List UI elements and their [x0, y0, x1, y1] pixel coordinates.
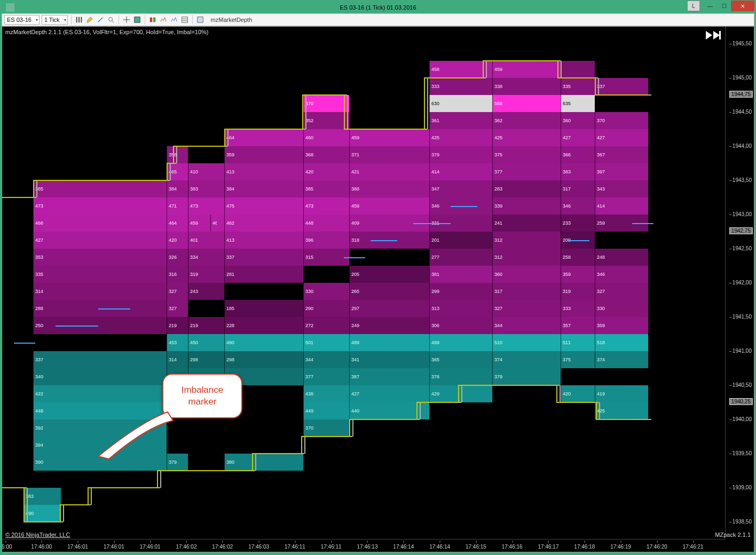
properties-icon[interactable]	[180, 15, 189, 24]
price-marker: 1940,25	[729, 398, 753, 405]
pencil-icon[interactable]	[85, 15, 94, 24]
time-tick: 17:46:19	[610, 544, 631, 550]
depth-cell: 248	[595, 249, 648, 266]
price-axis[interactable]: 1945,501945,001944,501944,001943,501943,…	[725, 27, 754, 539]
separator	[192, 15, 193, 25]
depth-cell: 510	[492, 334, 561, 351]
depth-cell: 362	[492, 112, 561, 129]
depth-cell: 371	[349, 146, 429, 163]
depth-cell: 385	[303, 180, 349, 197]
depth-cell: 358	[167, 146, 188, 163]
depth-cell: 347	[429, 180, 492, 197]
svg-point-1	[108, 18, 112, 21]
depth-cell: 185	[224, 300, 303, 317]
price-tick: 1938,50	[733, 519, 752, 525]
depth-cell: 459	[349, 197, 429, 215]
depth-cell: 384	[224, 180, 303, 197]
price-marker: 1944,75	[729, 91, 753, 98]
depth-cell: 312	[492, 249, 561, 266]
depth-cell: 337	[595, 78, 648, 95]
depth-cell: 375	[492, 146, 561, 163]
depth-cell: 462	[224, 215, 303, 232]
depth-cell: 374	[595, 351, 648, 368]
depth-cell: 501	[303, 334, 349, 351]
depth-cell: 250	[33, 317, 167, 334]
panel-icon[interactable]	[196, 15, 204, 24]
depth-cell: 464	[167, 215, 188, 232]
time-tick: 17:46:14	[393, 544, 414, 550]
minimize-button[interactable]: —	[703, 1, 717, 11]
depth-cell: 380	[224, 454, 303, 471]
depth-cell: 419	[595, 385, 648, 402]
instrument-dropdown[interactable]: ES 03-16	[4, 15, 40, 25]
depth-cell: 353	[33, 249, 167, 266]
depth-cell: 427	[33, 232, 167, 249]
time-tick: 17:46:11	[285, 544, 305, 550]
play-forward-icon[interactable]	[705, 30, 721, 42]
price-tick: 1940,50	[733, 382, 752, 388]
separator	[71, 15, 72, 25]
layout-button[interactable]: L	[687, 1, 700, 11]
depth-cell: 249	[349, 317, 429, 334]
depth-cell: 370	[595, 112, 648, 129]
depth-cell: 346	[561, 197, 595, 215]
depth-cell: 490	[224, 334, 303, 351]
price-tick: 1943,50	[733, 177, 752, 183]
depth-cell: 421	[349, 163, 429, 180]
indicator-icon[interactable]	[159, 15, 168, 24]
depth-cell: 327	[595, 283, 648, 300]
chart-area[interactable]: mzMarketDepth 2.1.1 (ES 03-16, VolFltr=1…	[2, 26, 754, 552]
depth-cell: 401	[188, 232, 224, 249]
depth-cell: 359	[224, 146, 303, 163]
depth-cell: 449	[303, 402, 349, 419]
depth-cell: 383	[561, 163, 595, 180]
strategy-icon[interactable]	[170, 15, 178, 24]
bars-icon[interactable]	[75, 15, 83, 24]
depth-cell: 359	[561, 266, 595, 283]
time-tick: 17:46:02	[176, 544, 197, 550]
separator	[119, 15, 119, 25]
time-axis[interactable]: 46:0017:46:0017:46:0117:46:0117:46:0117:…	[2, 539, 725, 552]
price-tick: 1945,00	[733, 75, 752, 81]
depth-cell: 429	[429, 385, 492, 402]
svg-rect-7	[719, 31, 721, 39]
depth-cell: 315	[303, 249, 349, 266]
zoom-icon[interactable]	[107, 15, 115, 24]
close-button[interactable]: ✕	[731, 1, 754, 11]
depth-cell: 397	[595, 163, 648, 180]
depth-cell: 219	[188, 317, 224, 334]
depth-cell: 319	[561, 283, 595, 300]
time-tick: 17:46:16	[502, 544, 523, 550]
depth-cell: 241	[492, 215, 561, 232]
maximize-button[interactable]: ☐	[717, 1, 731, 11]
crosshair-icon[interactable]	[122, 15, 131, 24]
depth-cell: 344	[303, 351, 349, 368]
depth-cell: 490	[23, 505, 61, 522]
depth-cell: 489	[349, 334, 429, 351]
wand-icon[interactable]	[96, 15, 105, 24]
time-tick: 17:46:15	[466, 544, 486, 550]
time-tick: 46:00	[2, 544, 12, 550]
depth-cell: 420	[561, 385, 595, 402]
depth-cell: 464	[224, 129, 303, 146]
depth-cell: 420	[303, 163, 349, 180]
depth-cell: 219	[167, 317, 188, 334]
callout-annotation: Imbalance marker	[162, 374, 242, 418]
depth-cell: 360	[561, 112, 595, 129]
depth-cell: 299	[429, 283, 492, 300]
chart-trader-icon[interactable]	[148, 15, 157, 24]
depth-cell: 233	[561, 215, 595, 232]
depth-cell: 365	[429, 351, 492, 368]
depth-cell: 377	[492, 163, 561, 180]
depth-cell: 337	[224, 249, 303, 266]
depth-cell: 375	[561, 351, 595, 368]
data-box-icon[interactable]	[133, 15, 141, 24]
timeframe-dropdown[interactable]: 1 Tick	[42, 15, 68, 25]
depth-cell: 378	[429, 368, 492, 385]
time-tick: 17:46:02	[212, 544, 233, 550]
depth-cell: 473	[303, 197, 349, 215]
depth-cell: 374	[492, 351, 561, 368]
price-tick: 1941,50	[733, 314, 752, 320]
copyright-text: © 2016 NinjaTrader, LLC	[5, 532, 70, 538]
depth-cell: 471	[167, 197, 188, 215]
